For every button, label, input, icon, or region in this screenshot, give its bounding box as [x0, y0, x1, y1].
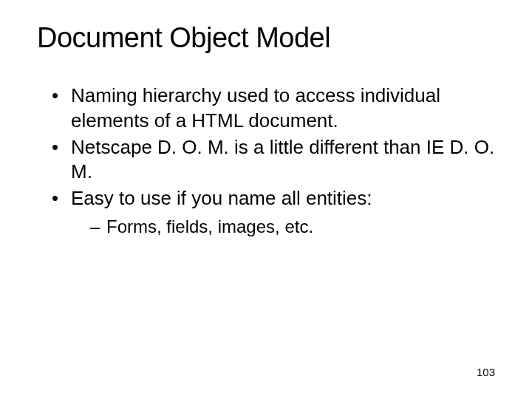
sub-bullet-list: Forms, fields, images, etc. [71, 214, 495, 239]
bullet-item-text: Easy to use if you name all entities: [71, 187, 372, 209]
bullet-item: Netscape D. O. M. is a little different … [52, 135, 495, 185]
bullet-item: Naming hierarchy used to access individu… [52, 83, 495, 134]
slide-title: Document Object Model [37, 22, 495, 54]
bullet-list: Naming hierarchy used to access individu… [37, 83, 495, 239]
bullet-item: Easy to use if you name all entities: Fo… [52, 186, 495, 239]
sub-bullet-item: Forms, fields, images, etc. [90, 214, 495, 239]
page-number: 103 [477, 366, 495, 378]
